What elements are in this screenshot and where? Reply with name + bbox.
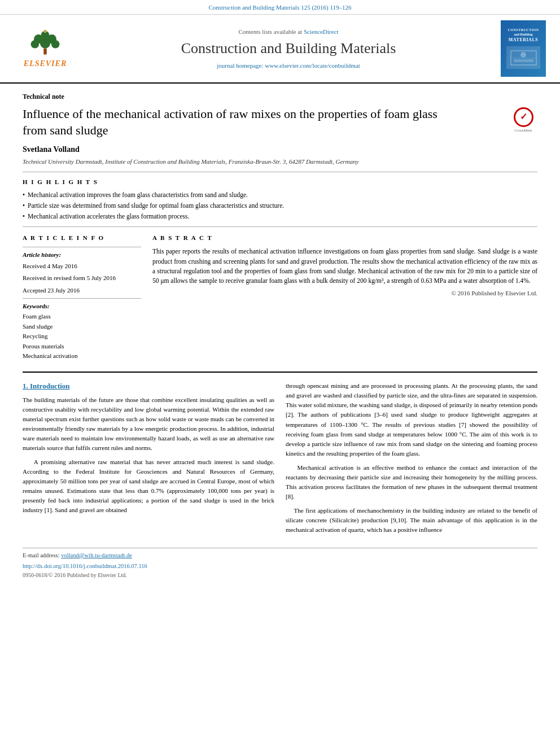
article-info-section-label: A R T I C L E I N F O [23,234,141,242]
article-info-top-divider [23,247,141,247]
cover-decoration-icon [508,48,539,68]
author-affiliation: Technical University Darmstadt, Institut… [23,158,537,166]
citation-text: Construction and Building Materials 125 … [208,4,351,11]
crossmark-icon: ✓ [514,107,533,127]
journal-title: Construction and Building Materials [79,38,498,59]
svg-rect-11 [514,59,533,62]
svg-point-4 [40,38,50,48]
svg-point-5 [51,40,60,49]
left-body-column: 1. Introduction The building materials o… [23,381,274,539]
crossmark-label: CrossMark [514,128,532,134]
right-body-column: through opencast mining and are processe… [286,381,537,539]
svg-rect-6 [43,48,46,54]
email-link[interactable]: volland@wilt.tu-darmstadt.de [61,552,132,558]
highlights-label: H I G H L I G H T S [23,178,537,186]
crossmark-badge[interactable]: ✓ CrossMark [509,106,537,134]
issn-line: 0950-0618/© 2016 Published by Elsevier L… [23,571,537,579]
keyword-2: Sand sludge [23,322,141,331]
elsevier-logo-area: ELSEVIER [11,29,79,69]
right-paragraph-2: Mechanical activation is an effective me… [286,463,537,501]
author-name: Svetlana Volland [23,144,537,155]
intro-paragraph-1: The building materials of the future are… [23,395,274,453]
title-crossmark-row: Influence of the mechanical activation o… [23,106,537,144]
elsevier-tree-icon [25,29,65,57]
right-paragraph-1: through opencast mining and are processe… [286,381,537,458]
journal-cover: Construction and Building MATERIALS [498,20,549,77]
abstract-section-label: A B S T R A C T [152,234,537,242]
title-area: Influence of the mechanical activation o… [23,106,509,144]
svg-point-7 [43,29,46,32]
article-type-label: Technical note [23,92,537,102]
intro-paragraph-2: A promising alternative raw material tha… [23,457,274,515]
article-info-mid-divider [23,298,141,299]
received-date: Received 4 May 2016 [23,262,141,270]
email-line: E-mail address: volland@wilt.tu-darmstad… [23,552,537,560]
cover-image: Construction and Building MATERIALS [501,20,546,77]
keyword-5: Mechanical activation [23,352,141,360]
article-history-label: Article history: [23,251,141,259]
body-content: 1. Introduction The building materials o… [23,381,537,539]
footer-area: E-mail address: volland@wilt.tu-darmstad… [23,548,537,579]
svg-point-10 [520,52,526,58]
email-label: E-mail address: [23,552,60,558]
accepted-date: Accepted 23 July 2016 [23,286,141,295]
journal-header: ELSEVIER Contents lists available at Sci… [0,15,560,84]
highlight-item-3: • Mechanical activation accelerates the … [23,212,537,221]
keyword-4: Porous materials [23,342,141,351]
copyright-line: © 2016 Published by Elsevier Ltd. [152,289,537,298]
sciencedirect-link[interactable]: ScienceDirect [304,28,339,35]
keywords-label: Keywords: [23,302,141,311]
abstract-text: This paper reports the results of mechan… [152,247,537,286]
highlight-item-1: • Mechanical activation improves the foa… [23,190,537,199]
info-abstract-row: A R T I C L E I N F O Article history: R… [23,234,537,361]
journal-title-area: Contents lists available at ScienceDirec… [79,28,498,70]
doi-line: http://dx.doi.org/10.1016/j.conbuildmat.… [23,562,537,571]
top-citation-bar: Construction and Building Materials 125 … [0,0,560,15]
article-title: Influence of the mechanical activation o… [23,106,463,138]
sciencedirect-line: Contents lists available at ScienceDirec… [79,28,498,36]
article-info-column: A R T I C L E I N F O Article history: R… [23,234,141,361]
doi-link[interactable]: http://dx.doi.org/10.1016/j.conbuildmat.… [23,563,147,569]
main-content-divider [23,372,537,373]
journal-homepage: journal homepage: www.elsevier.com/locat… [79,62,498,70]
divider-after-highlights [23,226,537,227]
revised-date: Received in revised form 5 July 2016 [23,274,141,282]
abstract-column: A B S T R A C T This paper reports the r… [152,234,537,361]
keyword-3: Recycling [23,332,141,340]
right-paragraph-3: The first applications of mechanochemist… [286,506,537,535]
main-content-wrapper: Technical note Influence of the mechanic… [0,84,560,588]
divider-after-affil [23,172,537,172]
highlights-section: H I G H L I G H T S • Mechanical activat… [23,178,537,221]
introduction-heading: 1. Introduction [23,381,274,391]
keyword-1: Foam glass [23,312,141,321]
elsevier-wordmark: ELSEVIER [24,58,67,69]
svg-point-3 [31,40,40,49]
highlight-item-2: • Particle size was determined from sand… [23,201,537,210]
